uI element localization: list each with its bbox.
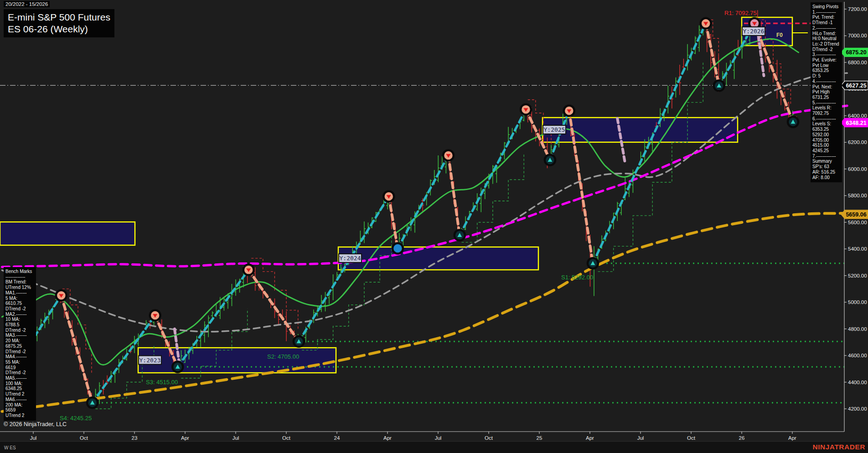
price-axis-label: 4800.00 [848,326,867,332]
price-axis-label: 5400.00 [848,246,867,252]
support-label: S3: 4515.00 [146,379,178,386]
chart-window: R1: 7092.75F0S1: 5292.00S2: 4705.00S3: 4… [0,0,868,453]
swing-pivots-title: Swing Pivots [812,4,841,10]
svg-text:5659.06: 5659.06 [846,211,866,218]
bench-marks-line: UTrend 12% [5,285,35,290]
price-axis-label: 5600.00 [848,220,867,225]
bench-marks-line: 6610.75 [5,301,35,306]
time-axis-label: Jul [435,435,442,441]
swing-pivots-line: DTrend -2 [812,47,841,52]
swing-high-marker [701,18,711,29]
swing-pivots-line: 7092.75 [812,111,841,116]
swing-pivots-line: 2.------------- [812,26,841,31]
swing-pivots-line: 4705.00 [812,138,841,143]
price-axis-label: 4400.00 [848,380,867,385]
year-box-label: Y:2026 [742,27,765,36]
price-chart-canvas[interactable]: R1: 7092.75F0S1: 5292.00S2: 4705.00S3: 4… [0,0,868,453]
swing-pivots-line: DTrend -1 [812,20,841,26]
svg-text:Y:2026: Y:2026 [743,28,765,35]
year-box-label: Y:2023 [139,356,161,365]
price-tag: 6627.25 [841,81,868,90]
time-axis-label: 24 [334,435,340,441]
swing-pivots-line: Levels R: [812,105,841,111]
bench-marks-line: 6619 [5,365,35,371]
time-axis-label: Jul [232,435,239,441]
year-box-label: Y:2024 [339,254,362,263]
time-axis-label: Oct [80,435,88,441]
svg-text:Y:2024: Y:2024 [340,255,361,262]
price-axis-label: 5800.00 [848,193,867,198]
swing-pivots-line: D: 5 [812,73,841,79]
bench-marks-line: MA2.------- [5,312,35,317]
bench-marks-line: MA6.------- [5,397,35,402]
swing-low-marker [393,243,403,254]
swing-high-marker [521,104,531,115]
swing-pivots-line: 1.------------- [812,10,841,15]
chart-title-line1: E-mini S&P 500 Futures [8,11,110,23]
bench-marks-line: UTrend 2 [5,391,35,397]
time-axis-label: Apr [788,435,796,441]
bench-marks-line: 5 MA: [5,296,35,301]
year-range-box [138,348,336,373]
swing-high-marker [56,290,67,301]
bench-marks-line: 100 MA: [5,381,35,386]
price-tag: 5659.06 [841,210,868,219]
swing-pivots-line: HiLo Trend: [812,31,841,36]
time-axis-label: Oct [282,435,291,441]
svg-text:Y:2023: Y:2023 [140,357,161,364]
swing-pivots-line: 4245.25 [812,148,841,154]
bench-marks-line: 6348.25 [5,386,35,391]
price-axis-label: 6000.00 [848,166,867,172]
swing-pivots-line: 4515.00 [812,143,841,148]
swing-pivots-line: Pvt. Trend: [812,15,841,20]
swing-low-marker [788,117,798,127]
year-range-box [338,247,538,270]
swing-pivots-line: 3.------------- [812,52,841,57]
bench-marks-line: MA1.------- [5,290,35,296]
swing-high-marker [243,265,254,275]
price-tag: 6348.21 [841,118,868,127]
bench-marks-line: DTrend -2 [5,306,35,312]
swing-pivots-line: Pvt Low [812,63,841,68]
support-label: S1: 5292.00 [561,274,593,281]
chart-title: E-mini S&P 500 Futures ES 06-26 (Weekly) [4,9,114,37]
svg-text:6627.25: 6627.25 [846,82,866,89]
bench-marks-line: 10 MA: [5,317,35,322]
swing-low-marker [714,81,724,91]
price-axis-label: 4200.00 [848,406,867,412]
bench-marks-line: DTrend -2 [5,328,35,333]
swing-low-marker [455,230,465,241]
price-axis-label: 6800.00 [848,60,867,65]
bench-marks-panel: Bench Marks -------------BM Trend:UTrend… [4,267,36,421]
chart-title-line2: ES 06-26 (Weekly) [8,23,110,35]
swing-pivots-line: Summary [812,159,841,164]
swing-high-marker [383,191,394,202]
price-axis-label: 5200.00 [848,273,867,278]
swing-low-marker [545,154,555,165]
bench-marks-line: MA4.------- [5,354,35,360]
tab-w-es[interactable]: W ES [4,445,16,450]
bench-marks-line: 200 MA: [5,402,35,408]
visible-date-range: 20/2022 - 15/2026 [4,1,50,7]
svg-text:6348.21: 6348.21 [846,120,866,126]
swing-low-marker [172,361,183,372]
bench-marks-line: UTrend 2 [5,413,35,418]
price-axis-label: 6200.00 [848,139,867,145]
swing-low-marker [588,258,598,268]
price-axis-label: 6400.00 [848,113,867,118]
bench-marks-line: BM Trend: [5,279,35,285]
swing-pivots-line: SP's: 63 [812,164,841,170]
time-axis-label: Oct [485,435,493,441]
year-box-label: Y:2025 [543,125,566,134]
time-axis-label: Apr [383,435,392,441]
price-axis-label: 7000.00 [848,33,867,38]
swing-pivots-line: Levels S: [812,121,841,127]
bench-marks-line: ------------- [5,274,35,280]
bench-marks-line: 20 MA: [5,338,35,344]
bench-marks-line: 55 MA: [5,360,35,365]
bench-marks-line: 6788.5 [5,322,35,328]
bench-marks-line: 5659 [5,407,35,413]
swing-pivots-line: AR: 516.25 [812,170,841,175]
bench-marks-line: DTrend -2 [5,370,35,376]
ninjatrader-logo: NINJATRADER [813,443,865,451]
